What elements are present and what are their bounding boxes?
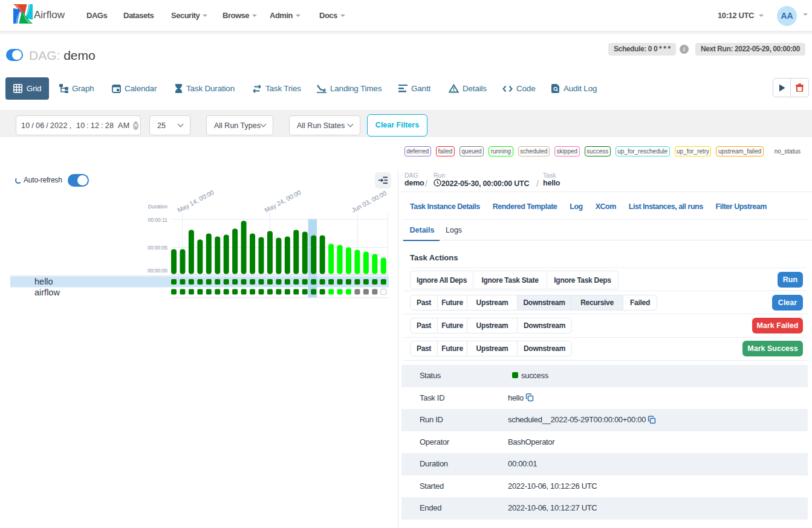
svg-text:00:00:11: 00:00:11 — [148, 217, 168, 223]
svg-text:Duration: Duration — [148, 204, 167, 210]
svg-text:Jun 03, 00:00: Jun 03, 00:00 — [350, 189, 388, 214]
svg-text:May 14, 00:00: May 14, 00:00 — [176, 188, 215, 214]
svg-text:hello: hello — [34, 277, 53, 286]
svg-text:00:00:00: 00:00:00 — [148, 268, 167, 274]
svg-text:00:00:05: 00:00:05 — [148, 245, 167, 251]
svg-text:May 24, 00:00: May 24, 00:00 — [263, 188, 302, 214]
svg-text:airflow: airflow — [34, 288, 60, 297]
